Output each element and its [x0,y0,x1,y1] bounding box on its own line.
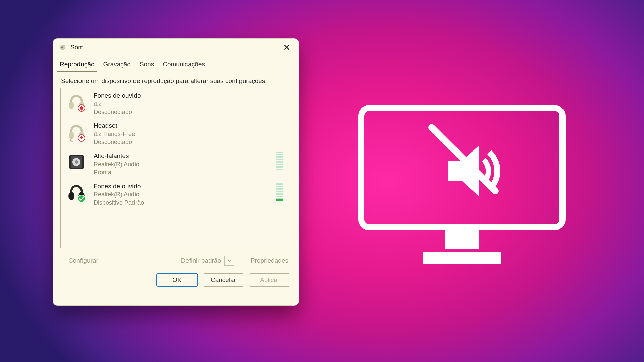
device-row[interactable]: Fones de ouvido Realtek(R) Audio Disposi… [61,179,291,209]
svg-rect-24 [276,166,283,167]
desktop-background: Som ✕ Reprodução Gravação Sons Comunicaç… [0,0,644,362]
titlebar: Som ✕ [53,39,299,56]
svg-rect-1 [445,230,479,249]
svg-point-27 [68,192,74,200]
svg-rect-35 [276,191,283,192]
instruction-text: Selecione um dispositivo de reprodução p… [53,71,299,88]
device-status: Pronta [94,168,268,176]
device-line2: i12 [94,100,285,108]
svg-rect-37 [276,194,283,195]
svg-rect-30 [276,183,283,184]
svg-rect-16 [276,152,283,153]
svg-rect-26 [276,169,283,170]
svg-rect-34 [276,189,283,190]
device-name: Fones de ouvido [94,91,285,100]
device-name: Alto-falantes [94,152,268,160]
headphones-disconnected-icon [66,91,87,112]
cancel-button[interactable]: Cancelar [203,273,244,287]
svg-rect-2 [423,252,501,264]
device-row[interactable]: Alto-falantes Realtek(R) Audio Pronta [61,149,291,179]
svg-rect-18 [276,156,283,157]
tab-strip: Reprodução Gravação Sons Comunicações [53,56,299,71]
close-button[interactable]: ✕ [281,42,292,53]
device-row[interactable]: Headset i12 Hands-Free Desconectado [61,119,291,149]
tab-recording[interactable]: Gravação [103,59,131,71]
device-name: Fones de ouvido [94,182,268,191]
chevron-down-icon [227,259,231,263]
svg-rect-23 [276,164,283,165]
svg-rect-21 [276,161,283,162]
level-meter-icon [275,152,285,171]
device-status: Dispositivo Padrão [94,199,268,207]
svg-point-8 [69,132,74,139]
sound-app-icon [59,44,66,51]
monitor-muted-graphic [357,104,567,272]
svg-rect-17 [276,154,283,155]
lower-button-row: Configurar Definir padrão Propriedades [53,248,299,266]
device-status: Desconectado [94,108,285,116]
svg-rect-31 [276,184,283,185]
configure-button[interactable]: Configurar [66,256,100,266]
device-name: Headset [94,121,285,130]
ok-button[interactable]: OK [156,273,198,287]
svg-rect-40 [276,199,283,201]
apply-button[interactable]: Aplicar [249,273,290,287]
svg-rect-36 [276,193,283,194]
device-status: Desconectado [94,138,285,146]
svg-rect-20 [276,159,283,160]
svg-point-5 [69,102,74,109]
device-row[interactable]: Fones de ouvido i12 Desconectado [61,88,291,119]
svg-rect-19 [276,157,283,158]
window-title: Som [70,44,84,51]
svg-rect-39 [276,198,283,199]
svg-point-15 [75,160,78,164]
headphones-default-icon [66,182,87,203]
svg-rect-22 [276,162,283,163]
tab-communications[interactable]: Comunicações [162,59,206,71]
device-line2: Realtek(R) Audio [94,190,268,198]
level-meter-icon [275,182,285,201]
set-default-button[interactable]: Definir padrão [179,256,223,266]
svg-rect-38 [276,196,283,197]
set-default-dropdown[interactable] [224,256,234,266]
svg-rect-25 [276,167,283,168]
sound-dialog: Som ✕ Reprodução Gravação Sons Comunicaç… [53,38,299,306]
speaker-icon [66,152,87,172]
properties-button[interactable]: Propriedades [249,256,290,266]
action-button-row: OK Cancelar Aplicar [53,266,299,287]
svg-rect-32 [276,186,283,187]
headset-disconnected-icon [66,121,87,142]
tab-sounds[interactable]: Sons [139,59,155,71]
device-list: Fones de ouvido i12 Desconectado [60,88,291,248]
svg-rect-33 [276,188,283,189]
device-line2: i12 Hands-Free [94,130,285,138]
device-line2: Realtek(R) Audio [94,160,268,168]
tab-playback[interactable]: Reprodução [59,59,95,71]
